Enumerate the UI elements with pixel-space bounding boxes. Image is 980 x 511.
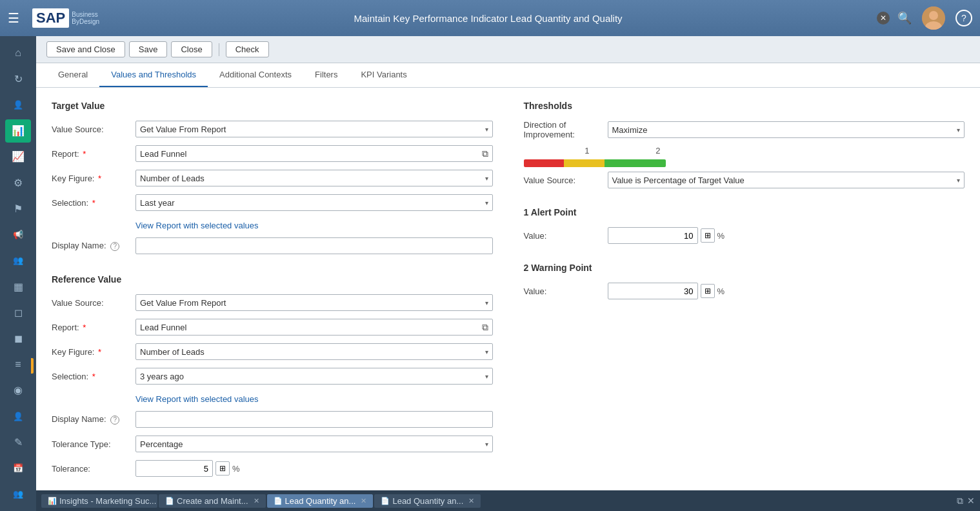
sidebar-item-calendar[interactable]: 📅: [5, 457, 31, 480]
taskbar-insights[interactable]: 📊 Insights - Marketing Suc...: [41, 494, 157, 508]
required-indicator-3: *: [92, 198, 95, 208]
warning-calculator-icon[interactable]: ⊞: [701, 284, 715, 298]
direction-select[interactable]: Maximize ▾: [608, 121, 965, 138]
tolerance-input[interactable]: [135, 460, 213, 477]
tab-values-thresholds[interactable]: Values and Thresholds: [99, 63, 208, 87]
sidebar-item-contact[interactable]: 👥: [5, 249, 31, 272]
taskbar-create-close[interactable]: ✕: [254, 497, 259, 505]
ref-selection-label: Selection: *: [52, 372, 135, 381]
warning-value-wrap: ⊞ %: [608, 283, 965, 299]
sidebar-item-flag[interactable]: ⚑: [5, 197, 31, 220]
target-value-source-label: Value Source:: [52, 125, 135, 134]
title-close-button[interactable]: ✕: [877, 12, 890, 25]
page-title: Maintain Key Performance Indicator Lead …: [107, 13, 869, 24]
taskbar-lead1-close[interactable]: ✕: [361, 497, 366, 505]
threshold-value-source-select[interactable]: Value is Percentage of Target Value ▾: [608, 172, 965, 188]
sidebar-item-list[interactable]: ≡: [5, 353, 31, 376]
sidebar-item-home[interactable]: ⌂: [5, 41, 31, 65]
thresholds-title: Thresholds: [524, 101, 965, 111]
save-and-close-button[interactable]: Save and Close: [46, 41, 125, 57]
restore-icon[interactable]: ⧉: [957, 496, 963, 506]
search-icon[interactable]: 🔍: [897, 11, 912, 25]
sidebar-item-people[interactable]: 👤: [5, 93, 31, 116]
sidebar-item-box[interactable]: ◻: [5, 301, 31, 324]
tab-additional-contexts[interactable]: Additional Contexts: [208, 63, 303, 87]
target-selection-row: Selection: * Last year ▾: [52, 194, 493, 212]
target-display-name-input[interactable]: [135, 237, 493, 254]
ref-display-name-label: Display Name: ?: [52, 414, 135, 425]
toolbar: Save and Close Save Close Check: [36, 36, 980, 63]
alert-unit: %: [717, 231, 725, 241]
help-icon[interactable]: ?: [955, 10, 972, 26]
target-key-figure-select[interactable]: Number of Leads ▾: [135, 170, 493, 186]
ref-display-name-input[interactable]: [135, 411, 493, 428]
ref-view-report-link[interactable]: View Report with selected values: [135, 394, 259, 404]
tolerance-type-select[interactable]: Percentage ▾: [135, 436, 493, 452]
ref-value-source-select[interactable]: Get Value From Report ▾: [135, 294, 493, 311]
target-value-source-select[interactable]: Get Value From Report ▾: [135, 121, 493, 137]
sidebar-item-box2[interactable]: ◼: [5, 326, 31, 350]
taskbar-lead-qty-1[interactable]: 📄 Lead Quantity an... ✕: [267, 494, 374, 508]
ref-selection-row: Selection: * 3 years ago ▾: [52, 367, 493, 385]
target-report-row: Report: * Lead Funnel ⧉: [52, 145, 493, 163]
sidebar-item-settings[interactable]: ⚙: [5, 171, 31, 194]
check-button[interactable]: Check: [226, 41, 269, 57]
ref-report-control: Lead Funnel ⧉: [135, 319, 493, 336]
content-area: Save and Close Save Close Check General …: [36, 36, 980, 511]
warning-value-control: ⊞ %: [608, 283, 965, 299]
sidebar-item-chart[interactable]: 📊: [5, 119, 31, 143]
target-view-report-link[interactable]: View Report with selected values: [135, 221, 259, 230]
close-button[interactable]: Close: [171, 41, 212, 57]
taskbar-close-icon[interactable]: ✕: [967, 496, 975, 506]
warning-value-input[interactable]: [608, 283, 698, 299]
sidebar-item-group[interactable]: 👥: [5, 483, 31, 506]
tab-general[interactable]: General: [46, 63, 99, 87]
target-selection-select[interactable]: Last year ▾: [135, 194, 493, 211]
sidebar-item-pencil[interactable]: ✎: [5, 430, 31, 454]
tab-kpi-variants[interactable]: KPI Variants: [349, 63, 418, 87]
info-icon-2[interactable]: ?: [110, 416, 119, 425]
tab-filters[interactable]: Filters: [303, 63, 349, 87]
sidebar-item-table[interactable]: ▦: [5, 275, 31, 298]
ref-display-name-control: [135, 411, 493, 428]
alert-point-title: 1 Alert Point: [524, 207, 965, 217]
threshold-color-bar: [524, 159, 666, 167]
main-layout: ⌂ ↻ 👤 📊 📈 ⚙ ⚑ 📢 👥 ▦ ◻ ◼ ≡ ◉ 👤 ✎ 📅 👥 Save…: [0, 36, 980, 511]
warning-value-row: Value: ⊞ %: [524, 282, 965, 300]
ref-report-row: Report: * Lead Funnel ⧉: [52, 318, 493, 336]
target-value-title: Target Value: [52, 101, 493, 111]
direction-row: Direction of Improvement: Maximize ▾: [524, 120, 965, 139]
calculator-icon[interactable]: ⊞: [215, 461, 230, 476]
taskbar-lead-qty-2[interactable]: 📄 Lead Quantity an... ✕: [374, 494, 481, 508]
alert-calculator-icon[interactable]: ⊞: [701, 228, 715, 243]
hamburger-menu[interactable]: ☰: [8, 10, 19, 26]
ref-view-report-row: View Report with selected values: [135, 392, 493, 404]
info-icon[interactable]: ?: [110, 242, 119, 251]
copy-icon-2[interactable]: ⧉: [482, 322, 488, 333]
sidebar-item-refresh[interactable]: ↻: [5, 67, 31, 90]
save-button[interactable]: Save: [129, 41, 168, 57]
ref-report-field[interactable]: Lead Funnel ⧉: [135, 319, 493, 336]
sidebar-item-analytics[interactable]: 📈: [5, 145, 31, 168]
sidebar-item-megaphone[interactable]: 📢: [5, 223, 31, 246]
sidebar-item-globe[interactable]: ◉: [5, 379, 31, 402]
ref-key-figure-label: Key Figure: *: [52, 347, 135, 357]
taskbar-lead2-close[interactable]: ✕: [468, 497, 474, 505]
target-report-label: Report: *: [52, 149, 135, 159]
target-report-field[interactable]: Lead Funnel ⧉: [135, 145, 493, 162]
sidebar: ⌂ ↻ 👤 📊 📈 ⚙ ⚑ 📢 👥 ▦ ◻ ◼ ≡ ◉ 👤 ✎ 📅 👥: [0, 36, 36, 511]
alert-value-input[interactable]: [608, 227, 698, 244]
ref-selection-select[interactable]: 3 years ago ▾: [135, 368, 493, 385]
ref-key-figure-select[interactable]: Number of Leads ▾: [135, 343, 493, 360]
left-column: Target Value Value Source: Get Value Fro…: [52, 101, 493, 484]
taskbar-create-maintain[interactable]: 📄 Create and Maint... ✕: [159, 494, 266, 508]
tolerance-control: ⊞ %: [135, 460, 493, 477]
target-key-figure-control: Number of Leads ▾: [135, 170, 493, 186]
warning-value-label: Value:: [524, 286, 608, 296]
required-indicator: *: [83, 149, 86, 159]
alert-value-wrap: ⊞ %: [608, 227, 965, 244]
sidebar-item-person2[interactable]: 👤: [5, 405, 31, 428]
tolerance-type-label: Tolerance Type:: [52, 439, 135, 449]
copy-icon[interactable]: ⧉: [482, 148, 488, 159]
avatar[interactable]: [922, 6, 945, 30]
